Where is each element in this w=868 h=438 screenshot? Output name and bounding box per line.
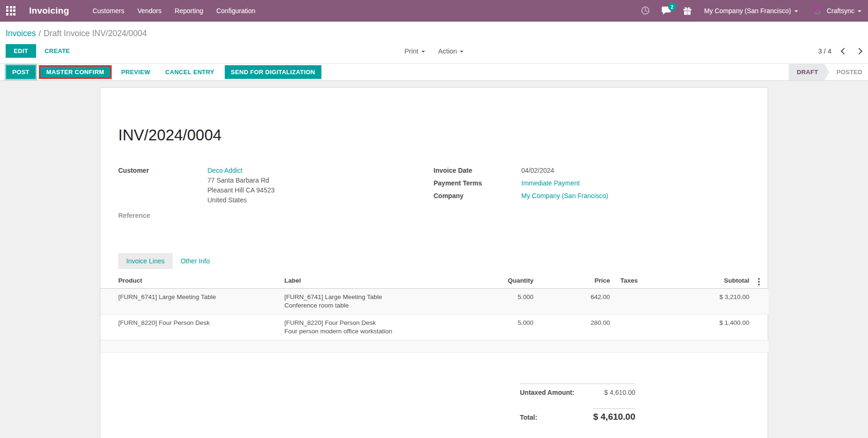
pager-previous-icon[interactable] [841, 47, 847, 54]
column-product[interactable]: Product [100, 274, 284, 288]
menu-customers[interactable]: Customers [86, 0, 131, 21]
grid-icon [6, 6, 15, 15]
cell-price: 280.00 [538, 314, 615, 340]
action-dropdown[interactable]: Action [438, 47, 464, 55]
statusbar: POST MASTER CONFIRM PREVIEW CANCEL ENTRY… [0, 63, 868, 81]
cell-taxes [615, 314, 662, 340]
totals-block: Untaxed Amount: $ 4,610.00 Total: $ 4,61… [520, 384, 635, 422]
master-confirm-button[interactable]: MASTER CONFIRM [39, 65, 112, 79]
address-line: Pleasant Hill CA 94523 [207, 185, 274, 195]
total-label: Total: [520, 414, 537, 421]
cell-subtotal: $ 3,210.00 [662, 288, 754, 314]
menu-reporting[interactable]: Reporting [168, 0, 210, 21]
pager-count: 3 / 4 [818, 47, 831, 55]
gift-icon [683, 6, 692, 15]
fields-right-column: Invoice Date 04/02/2024 Payment Terms Im… [434, 166, 750, 219]
top-navbar: Invoicing Customers Vendors Reporting Co… [0, 0, 868, 22]
breadcrumb: Invoices/Draft Invoice INV/2024/0004 [0, 22, 868, 39]
company-switcher[interactable]: My Company (San Francisco) [698, 0, 805, 21]
company-label: Company [434, 191, 521, 201]
user-menu[interactable]: S Craftsync [805, 0, 868, 21]
invoice-date-value: 04/02/2024 [521, 166, 554, 176]
column-label[interactable]: Label [284, 274, 466, 288]
menu-vendors[interactable]: Vendors [131, 0, 168, 21]
cell-quantity: 5.000 [466, 314, 538, 340]
column-taxes[interactable]: Taxes [615, 274, 662, 288]
cell-price: 642.00 [538, 288, 615, 314]
breadcrumb-invoices-link[interactable]: Invoices [6, 29, 36, 38]
notebook-tabs: Invoice Lines Other Info [118, 253, 768, 269]
customer-label: Customer [118, 166, 207, 205]
cell-subtotal: $ 1,400.00 [662, 314, 754, 340]
column-subtotal[interactable]: Subtotal [662, 274, 754, 288]
chevron-down-icon [794, 10, 798, 12]
optional-columns-toggle[interactable] [754, 274, 769, 288]
invoice-sheet: INV/2024/0004 Customer Deco Addict 77 Sa… [100, 87, 768, 438]
edit-button[interactable]: EDIT [6, 44, 36, 58]
tab-invoice-lines[interactable]: Invoice Lines [118, 253, 173, 269]
state-posted[interactable]: POSTED [830, 64, 868, 80]
column-quantity[interactable]: Quantity [466, 274, 538, 288]
create-button[interactable]: CREATE [45, 47, 70, 54]
cell-taxes [615, 288, 662, 314]
activities-button[interactable] [635, 0, 655, 21]
cell-product: [FURN_6741] Large Meeting Table [100, 288, 284, 314]
navbar-systray: 2 My Company (San Francisco) [635, 0, 868, 21]
empty-row[interactable] [100, 340, 769, 352]
tab-other-info[interactable]: Other Info [173, 253, 218, 269]
pager: 3 / 4 [818, 47, 861, 55]
center-actions: Print Action [373, 47, 495, 55]
cell-label: [FURN_6741] Large Meeting Table Conferen… [284, 288, 466, 314]
fields-left-column: Customer Deco Addict 77 Santa Barbara Rd… [118, 166, 434, 219]
customer-link[interactable]: Deco Addict [207, 167, 243, 174]
chevron-down-icon [460, 51, 464, 53]
company-link[interactable]: My Company (San Francisco) [521, 191, 608, 201]
print-label: Print [404, 47, 419, 55]
avatar: S [811, 5, 823, 17]
invoice-lines-table: Product Label Quantity Price Taxes Subto… [100, 274, 769, 353]
address-line: 77 Santa Barbara Rd [207, 176, 274, 185]
message-count-badge: 2 [668, 3, 676, 11]
customer-value-block: Deco Addict 77 Santa Barbara Rd Pleasant… [207, 166, 274, 205]
menu-configuration[interactable]: Configuration [210, 0, 262, 21]
table-row[interactable]: [FURN_8220] Four Person Desk [FURN_8220]… [100, 314, 769, 340]
control-panel: Invoices/Draft Invoice INV/2024/0004 EDI… [0, 22, 868, 63]
post-button[interactable]: POST [6, 65, 36, 79]
address-line: United States [207, 195, 274, 205]
send-for-digitalization-button[interactable]: SEND FOR DIGITALIZATION [225, 65, 321, 79]
print-dropdown[interactable]: Print [404, 47, 425, 55]
breadcrumb-separator: / [36, 29, 44, 38]
svg-text:S: S [814, 5, 822, 17]
payment-terms-link[interactable]: Immediate Payment [521, 178, 580, 188]
invoice-number-title: INV/2024/0004 [100, 88, 768, 144]
rewards-button[interactable] [677, 0, 698, 21]
cell-label: [FURN_8220] Four Person Desk Four person… [284, 314, 466, 340]
apps-menu-icon[interactable] [0, 0, 22, 22]
form-view: INV/2024/0004 Customer Deco Addict 77 Sa… [0, 81, 868, 438]
invoice-date-label: Invoice Date [434, 166, 521, 176]
pager-next-icon[interactable] [856, 47, 862, 54]
company-switcher-label: My Company (San Francisco) [704, 7, 791, 15]
user-name: Craftsync [827, 7, 854, 15]
column-price[interactable]: Price [538, 274, 615, 288]
messages-button[interactable]: 2 [655, 0, 677, 21]
untaxed-amount-value: $ 4,610.00 [604, 389, 635, 396]
control-buttons-row: EDIT CREATE Print Action 3 / 4 [0, 39, 868, 63]
main-menu: Customers Vendors Reporting Configuratio… [86, 0, 262, 21]
breadcrumb-current: Draft Invoice INV/2024/0004 [44, 29, 147, 38]
chevron-down-icon [858, 10, 861, 12]
state-draft[interactable]: DRAFT [789, 64, 830, 80]
status-widget: DRAFT POSTED [789, 64, 868, 80]
cancel-entry-button[interactable]: CANCEL ENTRY [160, 65, 219, 79]
clock-icon [641, 6, 650, 15]
table-row[interactable]: [FURN_6741] Large Meeting Table [FURN_67… [100, 288, 769, 314]
untaxed-amount-label: Untaxed Amount: [520, 389, 574, 396]
reference-label: Reference [118, 212, 434, 219]
total-value: $ 4,610.00 [593, 408, 635, 422]
table-header-row: Product Label Quantity Price Taxes Subto… [100, 274, 769, 288]
app-name[interactable]: Invoicing [29, 6, 69, 16]
kebab-icon [754, 276, 764, 285]
invoice-fields: Customer Deco Addict 77 Santa Barbara Rd… [100, 166, 768, 219]
preview-button[interactable]: PREVIEW [116, 65, 155, 79]
payment-terms-label: Payment Terms [434, 178, 521, 188]
